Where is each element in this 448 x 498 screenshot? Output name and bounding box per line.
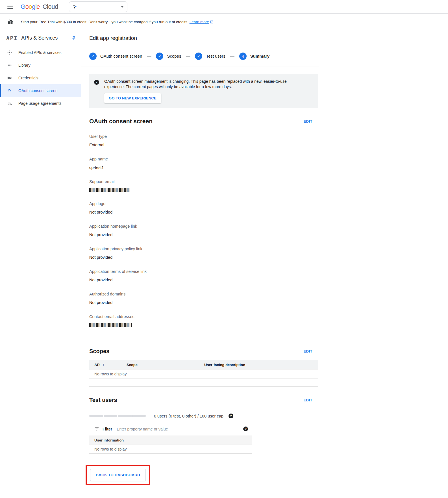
sidebar-title: APIs & Services xyxy=(21,35,71,41)
free-trial-banner: Start your Free Trial with $300 in credi… xyxy=(0,14,448,30)
user-information-header: User information xyxy=(89,436,252,445)
step-check-icon: ✓ xyxy=(195,53,202,60)
consent-edit-link[interactable]: EDIT xyxy=(303,119,312,123)
step-separator: — xyxy=(186,54,190,58)
redacted-email-value xyxy=(89,188,130,192)
chevron-down-icon xyxy=(121,6,124,8)
gift-icon xyxy=(7,19,13,25)
annotation-highlight-box: BACK TO DASHBOARD xyxy=(86,465,150,485)
help-icon[interactable]: ? xyxy=(229,414,233,418)
filter-input[interactable] xyxy=(117,427,243,431)
sidebar-header: API APIs & Services xyxy=(0,30,81,46)
sidebar-item-page-usage-agreements[interactable]: Page usage agreements xyxy=(0,97,81,110)
project-icon xyxy=(73,4,78,9)
field-terms-of-service-link: Application terms of service link Not pr… xyxy=(89,269,318,282)
sidebar-item-label: Enabled APIs & services xyxy=(18,50,62,55)
step-check-icon: ✓ xyxy=(89,53,97,60)
page-title: Edit app registration xyxy=(89,35,137,41)
scopes-table-header: API ↑ Scope User-facing description xyxy=(89,360,318,369)
deprecation-notice: i OAuth consent screen management is cha… xyxy=(89,74,318,108)
pin-icon[interactable] xyxy=(71,36,76,40)
scopes-edit-link[interactable]: EDIT xyxy=(303,349,312,353)
sidebar-item-label: Credentials xyxy=(18,76,38,80)
test-users-section-title: Test users xyxy=(89,397,117,403)
test-users-edit-link[interactable]: EDIT xyxy=(303,398,312,402)
redacted-email-value xyxy=(89,323,132,327)
sidebar-item-label: OAuth consent screen xyxy=(18,88,58,93)
step-oauth-consent-screen[interactable]: ✓ OAuth consent screen xyxy=(89,53,142,60)
google-cloud-logo[interactable]: Google Cloud xyxy=(21,3,58,10)
library-icon xyxy=(7,63,12,68)
help-icon[interactable]: ? xyxy=(243,427,248,431)
column-api[interactable]: API ↑ xyxy=(89,362,127,367)
sort-ascending-icon: ↑ xyxy=(103,362,105,367)
test-users-empty-row: No rows to display xyxy=(89,445,252,454)
sidebar-item-label: Page usage agreements xyxy=(18,101,62,106)
info-icon: i xyxy=(94,80,99,85)
field-contact-emails: Contact email addresses xyxy=(89,314,318,327)
field-authorized-domains: Authorized domains Not provided xyxy=(89,292,318,305)
sidebar-item-oauth-consent-screen[interactable]: OAuth consent screen xyxy=(0,84,81,97)
agreements-icon xyxy=(7,101,12,106)
external-link-icon xyxy=(210,20,214,24)
sidebar-item-credentials[interactable]: Credentials xyxy=(0,71,81,84)
sidebar-item-enabled-apis[interactable]: Enabled APIs & services xyxy=(0,46,81,59)
column-description[interactable]: User-facing description xyxy=(204,363,318,367)
step-number-badge: 4 xyxy=(239,53,247,60)
go-to-new-experience-button[interactable]: GO TO NEW EXPERIENCE xyxy=(104,93,161,103)
api-logo: API xyxy=(6,35,18,41)
back-to-dashboard-button[interactable]: BACK TO DASHBOARD xyxy=(90,469,146,481)
scopes-section-title: Scopes xyxy=(89,348,109,355)
enabled-apis-icon xyxy=(7,50,12,55)
scopes-table: API ↑ Scope User-facing description No r… xyxy=(89,360,318,387)
field-app-name: App name cp-test1 xyxy=(89,157,318,170)
filter-label: Filter xyxy=(103,427,112,431)
top-app-bar: Google Cloud xyxy=(0,0,448,14)
field-support-email: Support email xyxy=(89,179,318,192)
step-summary[interactable]: 4 Summary xyxy=(239,53,269,60)
page-header: Edit app registration xyxy=(81,30,448,46)
key-icon xyxy=(7,75,12,81)
step-separator: — xyxy=(230,54,234,58)
step-test-users[interactable]: ✓ Test users xyxy=(195,53,225,60)
sidebar-item-label: Library xyxy=(18,63,31,68)
consent-list-icon xyxy=(7,88,12,93)
trial-banner-text: Start your Free Trial with $300 in credi… xyxy=(21,20,188,24)
scopes-table-footer xyxy=(89,379,318,387)
filter-bar: Filter ? xyxy=(89,422,252,436)
step-check-icon: ✓ xyxy=(156,53,163,60)
section-divider xyxy=(89,339,318,339)
menu-icon[interactable] xyxy=(7,5,13,9)
user-cap-text: 0 users (0 test, 0 other) / 100 user cap xyxy=(154,414,223,418)
step-separator: — xyxy=(147,54,151,58)
scopes-empty-row: No rows to display xyxy=(89,369,318,379)
filter-icon xyxy=(94,427,99,431)
user-cap-progress-bar xyxy=(89,415,146,417)
user-cap-usage: 0 users (0 test, 0 other) / 100 user cap… xyxy=(89,414,318,418)
registration-stepper: ✓ OAuth consent screen — ✓ Scopes — ✓ Te… xyxy=(81,46,319,66)
main-content: Edit app registration ✓ OAuth consent sc… xyxy=(81,30,448,498)
test-users-panel: Filter ? User information No rows to dis… xyxy=(89,422,252,454)
project-selector[interactable] xyxy=(69,1,127,12)
sidebar: API APIs & Services Enabled APIs & servi… xyxy=(0,30,81,498)
field-app-logo: App logo Not provided xyxy=(89,201,318,214)
consent-section-title: OAuth consent screen xyxy=(89,118,153,125)
learn-more-link[interactable]: Learn more xyxy=(190,20,209,24)
notice-text: OAuth consent screen management is chang… xyxy=(104,79,296,90)
field-homepage-link: Application homepage link Not provided xyxy=(89,224,318,237)
sidebar-item-library[interactable]: Library xyxy=(0,59,81,71)
step-scopes[interactable]: ✓ Scopes xyxy=(156,53,181,60)
field-privacy-policy-link: Application privacy policy link Not prov… xyxy=(89,247,318,260)
field-user-type: User type External xyxy=(89,134,318,147)
column-scope[interactable]: Scope xyxy=(127,363,204,367)
